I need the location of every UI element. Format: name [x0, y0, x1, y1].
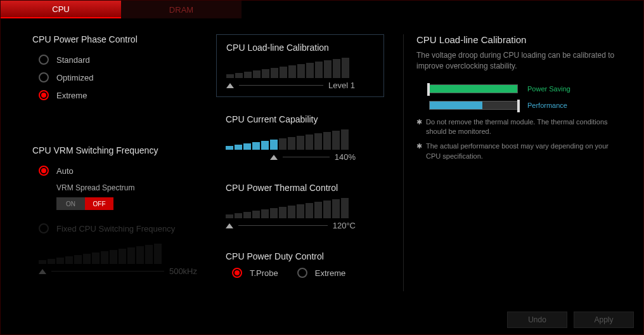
vrm-freq-value: 500kHz: [169, 266, 216, 276]
radio-label: Extreme: [56, 91, 87, 100]
info-notes: ✱ Do not remove the thermal module. The …: [416, 117, 622, 162]
bars-icon: [226, 59, 374, 78]
radio-circle-icon: [39, 223, 49, 233]
current-slider[interactable]: 140%: [226, 152, 375, 162]
radio-label: Fixed CPU Switching Frequency: [56, 224, 175, 233]
radio-circle-icon: [39, 55, 49, 65]
radio-extreme[interactable]: Extreme: [32, 86, 216, 104]
phase-group: Standard Optimized Extreme: [32, 51, 216, 104]
radio-circle-icon: [39, 90, 49, 100]
radio-label: Standard: [56, 55, 90, 65]
duty-card: CPU Power Duty Control T.Probe Extreme: [216, 244, 384, 282]
gauge-tick-icon: [517, 100, 520, 112]
radio-circle-icon: [39, 72, 49, 82]
gauge-fill: [430, 102, 482, 109]
bars-icon: [226, 199, 375, 218]
vrm-freq-slider: 500kHz: [39, 245, 216, 276]
footer-buttons: Undo Apply: [507, 312, 634, 328]
triangle-up-icon: [39, 269, 46, 274]
note-text: The actual performance boost may vary de…: [426, 141, 622, 161]
gauge-bar: [429, 84, 518, 93]
triangle-up-icon: [270, 155, 278, 160]
gauge-power-saving: Power Saving: [416, 84, 622, 93]
slider-line: [283, 157, 330, 157]
note-text: Do not remove the thermal module. The th…: [426, 117, 622, 137]
tab-dram[interactable]: DRAM: [121, 1, 242, 18]
toggle-off[interactable]: OFF: [85, 197, 113, 210]
thermal-value: 120°C: [333, 221, 375, 230]
gauge-bar: [429, 101, 518, 110]
duty-title: CPU Power Duty Control: [226, 251, 375, 261]
bullet-star-icon: ✱: [416, 141, 422, 161]
slider-line: [51, 271, 164, 272]
radio-label: Auto: [56, 166, 74, 176]
bullet-star-icon: ✱: [416, 117, 422, 137]
radio-circle-icon: [39, 166, 49, 176]
vrm-spread-toggle[interactable]: ON OFF: [56, 197, 113, 210]
phase-title: CPU Power Phase Control: [32, 34, 216, 44]
radio-standard[interactable]: Standard: [32, 51, 216, 69]
loadline-value: Level 1: [328, 81, 374, 90]
info-note: ✱ The actual performance boost may vary …: [416, 141, 622, 161]
bars-icon: [226, 131, 375, 150]
info-desc: The voltage droop during CPU loading can…: [416, 50, 622, 72]
radio-circle-icon: [232, 268, 242, 278]
tab-bar: CPU DRAM: [1, 1, 643, 18]
undo-button[interactable]: Undo: [507, 312, 567, 328]
radio-duty-extreme[interactable]: Extreme: [297, 268, 345, 278]
radio-vrm-auto[interactable]: Auto: [32, 162, 216, 180]
radio-label: T.Probe: [250, 268, 278, 278]
current-card: CPU Current Capability 140%: [216, 107, 384, 166]
gauge-performance: Performance: [416, 101, 622, 110]
current-value: 140%: [335, 152, 375, 162]
vrm-title: CPU VRM Switching Frequency: [32, 145, 216, 155]
thermal-title: CPU Power Thermal Control: [226, 183, 375, 193]
current-title: CPU Current Capability: [226, 114, 375, 124]
info-note: ✱ Do not remove the thermal module. The …: [416, 117, 622, 137]
gauge-label: Power Saving: [527, 85, 570, 93]
radio-tprobe[interactable]: T.Probe: [232, 268, 278, 278]
radio-label: Optimized: [56, 73, 94, 82]
triangle-up-icon: [226, 83, 234, 88]
gauge-fill: [430, 85, 517, 93]
slider-line: [238, 225, 328, 226]
gauge-label: Performance: [527, 102, 567, 109]
loadline-card[interactable]: CPU Load-line Calibration Level 1: [216, 34, 384, 97]
triangle-up-icon: [226, 223, 233, 228]
info-title: CPU Load-line Calibration: [416, 34, 622, 45]
apply-button[interactable]: Apply: [574, 312, 634, 328]
radio-label: Extreme: [315, 268, 345, 278]
thermal-card: CPU Power Thermal Control 120°C: [216, 175, 384, 234]
radio-optimized[interactable]: Optimized: [32, 69, 216, 86]
loadline-title: CPU Load-line Calibration: [226, 43, 374, 53]
radio-vrm-fixed[interactable]: Fixed CPU Switching Frequency: [32, 220, 216, 237]
thermal-slider[interactable]: 120°C: [226, 221, 375, 230]
loadline-slider[interactable]: Level 1: [226, 81, 374, 90]
gauge-tick-icon: [427, 83, 430, 96]
slider-line: [239, 85, 323, 86]
tab-cpu[interactable]: CPU: [1, 1, 121, 18]
bars-icon: [39, 245, 216, 264]
radio-circle-icon: [297, 268, 307, 278]
toggle-on[interactable]: ON: [56, 197, 85, 210]
vrm-spread-label: VRM Spread Spectrum: [56, 183, 216, 192]
